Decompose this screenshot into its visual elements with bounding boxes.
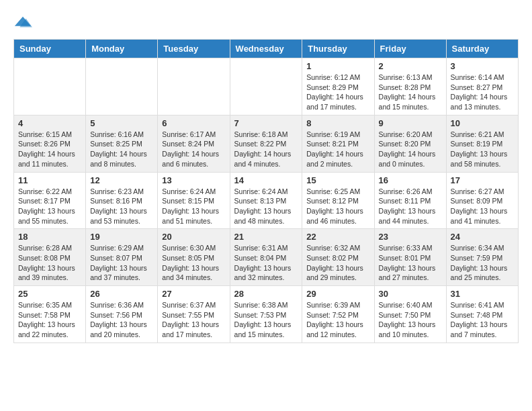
calendar-header-tuesday: Tuesday (158, 40, 230, 58)
day-number: 29 (306, 289, 369, 299)
calendar-cell (86, 58, 158, 116)
cell-content: Sunrise: 6:41 AM Sunset: 7:48 PM Dayligh… (451, 300, 514, 340)
cell-content: Sunrise: 6:15 AM Sunset: 8:26 PM Dayligh… (18, 130, 81, 169)
cell-content: Sunrise: 6:27 AM Sunset: 8:09 PM Dayligh… (451, 187, 514, 226)
calendar-header-sunday: Sunday (14, 40, 86, 58)
logo (13, 13, 35, 32)
calendar-cell: 19Sunrise: 6:29 AM Sunset: 8:07 PM Dayli… (86, 229, 158, 286)
day-number: 28 (234, 289, 298, 299)
day-number: 27 (162, 289, 225, 299)
day-number: 15 (306, 175, 369, 185)
day-number: 25 (18, 289, 81, 299)
calendar-cell: 24Sunrise: 6:34 AM Sunset: 7:59 PM Dayli… (446, 229, 518, 286)
calendar-cell: 30Sunrise: 6:40 AM Sunset: 7:50 PM Dayli… (374, 286, 446, 343)
day-number: 24 (451, 232, 514, 242)
calendar-cell: 8Sunrise: 6:19 AM Sunset: 8:21 PM Daylig… (302, 115, 374, 172)
calendar-cell: 31Sunrise: 6:41 AM Sunset: 7:48 PM Dayli… (446, 286, 518, 343)
cell-content: Sunrise: 6:23 AM Sunset: 8:16 PM Dayligh… (90, 187, 153, 226)
cell-content: Sunrise: 6:35 AM Sunset: 7:58 PM Dayligh… (18, 300, 81, 340)
calendar-cell: 10Sunrise: 6:21 AM Sunset: 8:19 PM Dayli… (446, 115, 518, 172)
cell-content: Sunrise: 6:32 AM Sunset: 8:02 PM Dayligh… (306, 243, 369, 283)
calendar-cell: 2Sunrise: 6:13 AM Sunset: 8:28 PM Daylig… (374, 58, 446, 116)
day-number: 20 (162, 232, 225, 242)
day-number: 23 (379, 232, 442, 242)
calendar-cell: 23Sunrise: 6:33 AM Sunset: 8:01 PM Dayli… (374, 229, 446, 286)
calendar-week-row: 25Sunrise: 6:35 AM Sunset: 7:58 PM Dayli… (14, 286, 519, 343)
day-number: 10 (451, 118, 514, 128)
calendar-cell: 22Sunrise: 6:32 AM Sunset: 8:02 PM Dayli… (302, 229, 374, 286)
day-number: 18 (18, 232, 81, 242)
cell-content: Sunrise: 6:20 AM Sunset: 8:20 PM Dayligh… (379, 130, 442, 169)
calendar-cell (14, 58, 86, 116)
cell-content: Sunrise: 6:16 AM Sunset: 8:25 PM Dayligh… (90, 130, 153, 169)
calendar-week-row: 1Sunrise: 6:12 AM Sunset: 8:29 PM Daylig… (14, 58, 519, 116)
calendar-cell: 6Sunrise: 6:17 AM Sunset: 8:24 PM Daylig… (158, 115, 230, 172)
cell-content: Sunrise: 6:24 AM Sunset: 8:13 PM Dayligh… (234, 187, 298, 226)
calendar-cell: 12Sunrise: 6:23 AM Sunset: 8:16 PM Dayli… (86, 172, 158, 229)
calendar-cell: 27Sunrise: 6:37 AM Sunset: 7:55 PM Dayli… (158, 286, 230, 343)
day-number: 17 (451, 175, 514, 185)
cell-content: Sunrise: 6:36 AM Sunset: 7:56 PM Dayligh… (90, 300, 153, 340)
cell-content: Sunrise: 6:33 AM Sunset: 8:01 PM Dayligh… (379, 243, 442, 283)
day-number: 12 (90, 175, 153, 185)
cell-content: Sunrise: 6:39 AM Sunset: 7:52 PM Dayligh… (306, 300, 369, 340)
calendar-cell: 21Sunrise: 6:31 AM Sunset: 8:04 PM Dayli… (230, 229, 302, 286)
cell-content: Sunrise: 6:14 AM Sunset: 8:27 PM Dayligh… (451, 73, 514, 112)
day-number: 5 (90, 118, 153, 128)
calendar-cell: 14Sunrise: 6:24 AM Sunset: 8:13 PM Dayli… (230, 172, 302, 229)
calendar-cell: 13Sunrise: 6:24 AM Sunset: 8:15 PM Dayli… (158, 172, 230, 229)
cell-content: Sunrise: 6:30 AM Sunset: 8:05 PM Dayligh… (162, 243, 225, 283)
logo-icon (13, 13, 32, 32)
calendar-header-friday: Friday (374, 40, 446, 58)
day-number: 9 (379, 118, 442, 128)
calendar-cell: 5Sunrise: 6:16 AM Sunset: 8:25 PM Daylig… (86, 115, 158, 172)
calendar-table: SundayMondayTuesdayWednesdayThursdayFrid… (13, 39, 519, 343)
day-number: 19 (90, 232, 153, 242)
day-number: 3 (451, 61, 514, 71)
cell-content: Sunrise: 6:34 AM Sunset: 7:59 PM Dayligh… (451, 243, 514, 283)
calendar-cell: 3Sunrise: 6:14 AM Sunset: 8:27 PM Daylig… (446, 58, 518, 116)
calendar-cell (230, 58, 302, 116)
day-number: 22 (306, 232, 369, 242)
cell-content: Sunrise: 6:40 AM Sunset: 7:50 PM Dayligh… (379, 300, 442, 340)
cell-content: Sunrise: 6:19 AM Sunset: 8:21 PM Dayligh… (306, 130, 369, 169)
day-number: 6 (162, 118, 225, 128)
day-number: 8 (306, 118, 369, 128)
day-number: 11 (18, 175, 81, 185)
cell-content: Sunrise: 6:21 AM Sunset: 8:19 PM Dayligh… (451, 130, 514, 169)
calendar-cell: 1Sunrise: 6:12 AM Sunset: 8:29 PM Daylig… (302, 58, 374, 116)
cell-content: Sunrise: 6:26 AM Sunset: 8:11 PM Dayligh… (379, 187, 442, 226)
calendar-cell: 16Sunrise: 6:26 AM Sunset: 8:11 PM Dayli… (374, 172, 446, 229)
calendar-cell: 18Sunrise: 6:28 AM Sunset: 8:08 PM Dayli… (14, 229, 86, 286)
calendar-header-saturday: Saturday (446, 40, 518, 58)
calendar-header-wednesday: Wednesday (230, 40, 302, 58)
cell-content: Sunrise: 6:22 AM Sunset: 8:17 PM Dayligh… (18, 187, 81, 226)
cell-content: Sunrise: 6:29 AM Sunset: 8:07 PM Dayligh… (90, 243, 153, 283)
day-number: 30 (379, 289, 442, 299)
calendar-cell: 28Sunrise: 6:38 AM Sunset: 7:53 PM Dayli… (230, 286, 302, 343)
calendar-header-monday: Monday (86, 40, 158, 58)
calendar-cell: 4Sunrise: 6:15 AM Sunset: 8:26 PM Daylig… (14, 115, 86, 172)
day-number: 16 (379, 175, 442, 185)
day-number: 13 (162, 175, 225, 185)
calendar-cell: 15Sunrise: 6:25 AM Sunset: 8:12 PM Dayli… (302, 172, 374, 229)
calendar-cell: 7Sunrise: 6:18 AM Sunset: 8:22 PM Daylig… (230, 115, 302, 172)
calendar-week-row: 4Sunrise: 6:15 AM Sunset: 8:26 PM Daylig… (14, 115, 519, 172)
day-number: 31 (451, 289, 514, 299)
day-number: 7 (234, 118, 298, 128)
cell-content: Sunrise: 6:37 AM Sunset: 7:55 PM Dayligh… (162, 300, 225, 340)
day-number: 21 (234, 232, 298, 242)
day-number: 14 (234, 175, 298, 185)
day-number: 2 (379, 61, 442, 71)
calendar-week-row: 18Sunrise: 6:28 AM Sunset: 8:08 PM Dayli… (14, 229, 519, 286)
cell-content: Sunrise: 6:18 AM Sunset: 8:22 PM Dayligh… (234, 130, 298, 169)
header (13, 13, 519, 32)
calendar-cell: 17Sunrise: 6:27 AM Sunset: 8:09 PM Dayli… (446, 172, 518, 229)
calendar-header-thursday: Thursday (302, 40, 374, 58)
calendar-cell: 11Sunrise: 6:22 AM Sunset: 8:17 PM Dayli… (14, 172, 86, 229)
cell-content: Sunrise: 6:25 AM Sunset: 8:12 PM Dayligh… (306, 187, 369, 226)
calendar-week-row: 11Sunrise: 6:22 AM Sunset: 8:17 PM Dayli… (14, 172, 519, 229)
calendar-cell: 20Sunrise: 6:30 AM Sunset: 8:05 PM Dayli… (158, 229, 230, 286)
calendar-cell: 26Sunrise: 6:36 AM Sunset: 7:56 PM Dayli… (86, 286, 158, 343)
cell-content: Sunrise: 6:17 AM Sunset: 8:24 PM Dayligh… (162, 130, 225, 169)
